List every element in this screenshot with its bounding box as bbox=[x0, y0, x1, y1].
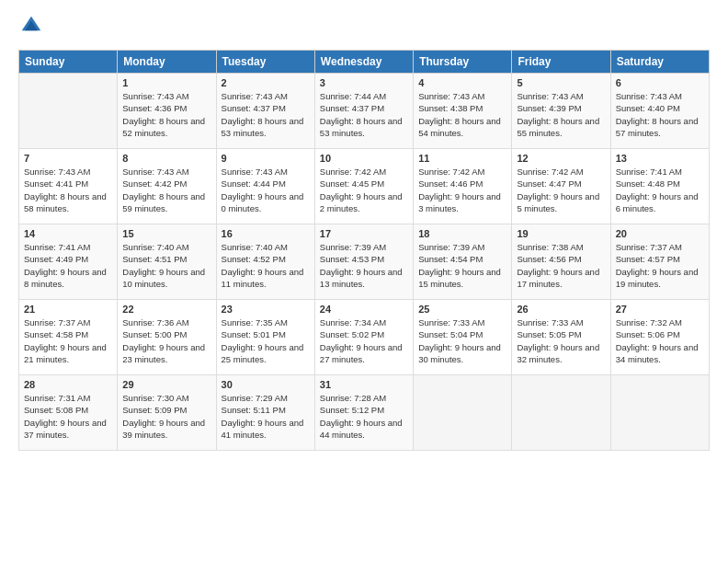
day-detail: Sunrise: 7:36 AMSunset: 5:00 PMDaylight:… bbox=[122, 316, 210, 365]
day-number: 31 bbox=[320, 379, 408, 390]
day-number: 14 bbox=[24, 228, 112, 239]
calendar-cell: 5Sunrise: 7:43 AMSunset: 4:39 PMDaylight… bbox=[512, 74, 610, 149]
day-detail: Sunrise: 7:28 AMSunset: 5:12 PMDaylight:… bbox=[320, 392, 408, 441]
calendar-cell: 29Sunrise: 7:30 AMSunset: 5:09 PMDayligh… bbox=[118, 375, 216, 451]
day-number: 11 bbox=[418, 153, 506, 164]
calendar-cell: 18Sunrise: 7:39 AMSunset: 4:54 PMDayligh… bbox=[414, 224, 512, 300]
day-detail: Sunrise: 7:33 AMSunset: 5:04 PMDaylight:… bbox=[418, 316, 506, 365]
day-detail: Sunrise: 7:35 AMSunset: 5:01 PMDaylight:… bbox=[222, 316, 310, 365]
day-number: 27 bbox=[616, 304, 704, 315]
calendar-page: SundayMondayTuesdayWednesdayThursdayFrid… bbox=[0, 0, 728, 563]
logo-icon bbox=[20, 15, 42, 37]
day-number: 10 bbox=[320, 153, 408, 164]
logo bbox=[18, 15, 44, 40]
calendar-cell: 25Sunrise: 7:33 AMSunset: 5:04 PMDayligh… bbox=[414, 300, 512, 375]
calendar-cell: 27Sunrise: 7:32 AMSunset: 5:06 PMDayligh… bbox=[610, 300, 709, 375]
calendar-week-row: 1Sunrise: 7:43 AMSunset: 4:36 PMDaylight… bbox=[19, 74, 710, 149]
calendar-cell: 19Sunrise: 7:38 AMSunset: 4:56 PMDayligh… bbox=[512, 224, 610, 300]
day-detail: Sunrise: 7:43 AMSunset: 4:44 PMDaylight:… bbox=[222, 166, 310, 214]
day-detail: Sunrise: 7:42 AMSunset: 4:45 PMDaylight:… bbox=[320, 166, 408, 214]
calendar-cell: 30Sunrise: 7:29 AMSunset: 5:11 PMDayligh… bbox=[216, 375, 314, 451]
weekday-header-saturday: Saturday bbox=[610, 51, 709, 74]
day-detail: Sunrise: 7:40 AMSunset: 4:52 PMDaylight:… bbox=[222, 241, 310, 290]
day-detail: Sunrise: 7:38 AMSunset: 4:56 PMDaylight:… bbox=[517, 241, 605, 290]
day-detail: Sunrise: 7:37 AMSunset: 4:58 PMDaylight:… bbox=[24, 316, 112, 365]
calendar-week-row: 7Sunrise: 7:43 AMSunset: 4:41 PMDaylight… bbox=[19, 149, 710, 224]
calendar-cell: 8Sunrise: 7:43 AMSunset: 4:42 PMDaylight… bbox=[118, 149, 216, 224]
calendar-cell: 26Sunrise: 7:33 AMSunset: 5:05 PMDayligh… bbox=[512, 300, 610, 375]
day-number: 3 bbox=[320, 77, 408, 88]
day-detail: Sunrise: 7:42 AMSunset: 4:46 PMDaylight:… bbox=[418, 166, 506, 214]
weekday-header-wednesday: Wednesday bbox=[314, 51, 413, 74]
calendar-cell: 6Sunrise: 7:43 AMSunset: 4:40 PMDaylight… bbox=[610, 74, 709, 149]
calendar-cell bbox=[414, 375, 512, 451]
calendar-cell: 13Sunrise: 7:41 AMSunset: 4:48 PMDayligh… bbox=[610, 149, 709, 224]
header bbox=[18, 15, 710, 40]
day-detail: Sunrise: 7:42 AMSunset: 4:47 PMDaylight:… bbox=[517, 166, 605, 214]
calendar-cell bbox=[610, 375, 709, 451]
day-number: 2 bbox=[222, 77, 310, 88]
day-number: 13 bbox=[616, 153, 704, 164]
calendar-cell: 15Sunrise: 7:40 AMSunset: 4:51 PMDayligh… bbox=[118, 224, 216, 300]
calendar-cell: 22Sunrise: 7:36 AMSunset: 5:00 PMDayligh… bbox=[118, 300, 216, 375]
calendar-cell: 11Sunrise: 7:42 AMSunset: 4:46 PMDayligh… bbox=[414, 149, 512, 224]
day-number: 4 bbox=[418, 77, 506, 88]
calendar-cell: 3Sunrise: 7:44 AMSunset: 4:37 PMDaylight… bbox=[314, 74, 413, 149]
day-detail: Sunrise: 7:37 AMSunset: 4:57 PMDaylight:… bbox=[616, 241, 704, 290]
day-detail: Sunrise: 7:31 AMSunset: 5:08 PMDaylight:… bbox=[24, 392, 112, 441]
day-number: 18 bbox=[418, 228, 506, 239]
day-number: 15 bbox=[122, 228, 210, 239]
weekday-header-friday: Friday bbox=[512, 51, 610, 74]
calendar-cell: 10Sunrise: 7:42 AMSunset: 4:45 PMDayligh… bbox=[314, 149, 413, 224]
calendar-cell: 16Sunrise: 7:40 AMSunset: 4:52 PMDayligh… bbox=[216, 224, 314, 300]
calendar-cell bbox=[19, 74, 118, 149]
day-number: 28 bbox=[24, 379, 112, 390]
day-number: 30 bbox=[222, 379, 310, 390]
day-number: 7 bbox=[24, 153, 112, 164]
weekday-header-sunday: Sunday bbox=[19, 51, 118, 74]
calendar-week-row: 21Sunrise: 7:37 AMSunset: 4:58 PMDayligh… bbox=[19, 300, 710, 375]
day-detail: Sunrise: 7:32 AMSunset: 5:06 PMDaylight:… bbox=[616, 316, 704, 365]
day-detail: Sunrise: 7:43 AMSunset: 4:38 PMDaylight:… bbox=[418, 90, 506, 139]
day-number: 1 bbox=[122, 77, 210, 88]
day-number: 8 bbox=[122, 153, 210, 164]
calendar-table: SundayMondayTuesdayWednesdayThursdayFrid… bbox=[18, 50, 710, 451]
day-number: 24 bbox=[320, 304, 408, 315]
calendar-cell: 17Sunrise: 7:39 AMSunset: 4:53 PMDayligh… bbox=[314, 224, 413, 300]
day-detail: Sunrise: 7:34 AMSunset: 5:02 PMDaylight:… bbox=[320, 316, 408, 365]
calendar-cell: 2Sunrise: 7:43 AMSunset: 4:37 PMDaylight… bbox=[216, 74, 314, 149]
calendar-cell: 23Sunrise: 7:35 AMSunset: 5:01 PMDayligh… bbox=[216, 300, 314, 375]
calendar-week-row: 28Sunrise: 7:31 AMSunset: 5:08 PMDayligh… bbox=[19, 375, 710, 451]
calendar-cell: 7Sunrise: 7:43 AMSunset: 4:41 PMDaylight… bbox=[19, 149, 118, 224]
day-detail: Sunrise: 7:43 AMSunset: 4:36 PMDaylight:… bbox=[122, 90, 210, 139]
day-detail: Sunrise: 7:30 AMSunset: 5:09 PMDaylight:… bbox=[122, 392, 210, 441]
day-number: 26 bbox=[517, 304, 605, 315]
day-number: 16 bbox=[222, 228, 310, 239]
calendar-week-row: 14Sunrise: 7:41 AMSunset: 4:49 PMDayligh… bbox=[19, 224, 710, 300]
calendar-cell: 9Sunrise: 7:43 AMSunset: 4:44 PMDaylight… bbox=[216, 149, 314, 224]
calendar-cell: 1Sunrise: 7:43 AMSunset: 4:36 PMDaylight… bbox=[118, 74, 216, 149]
day-number: 20 bbox=[616, 228, 704, 239]
day-number: 23 bbox=[222, 304, 310, 315]
day-number: 21 bbox=[24, 304, 112, 315]
day-detail: Sunrise: 7:43 AMSunset: 4:39 PMDaylight:… bbox=[517, 90, 605, 139]
day-detail: Sunrise: 7:43 AMSunset: 4:40 PMDaylight:… bbox=[616, 90, 704, 139]
day-number: 5 bbox=[517, 77, 605, 88]
day-detail: Sunrise: 7:40 AMSunset: 4:51 PMDaylight:… bbox=[122, 241, 210, 290]
calendar-cell: 20Sunrise: 7:37 AMSunset: 4:57 PMDayligh… bbox=[610, 224, 709, 300]
day-number: 12 bbox=[517, 153, 605, 164]
day-detail: Sunrise: 7:39 AMSunset: 4:54 PMDaylight:… bbox=[418, 241, 506, 290]
day-detail: Sunrise: 7:33 AMSunset: 5:05 PMDaylight:… bbox=[517, 316, 605, 365]
day-detail: Sunrise: 7:44 AMSunset: 4:37 PMDaylight:… bbox=[320, 90, 408, 139]
weekday-header-thursday: Thursday bbox=[414, 51, 512, 74]
day-number: 29 bbox=[122, 379, 210, 390]
calendar-cell: 28Sunrise: 7:31 AMSunset: 5:08 PMDayligh… bbox=[19, 375, 118, 451]
calendar-cell: 4Sunrise: 7:43 AMSunset: 4:38 PMDaylight… bbox=[414, 74, 512, 149]
day-detail: Sunrise: 7:43 AMSunset: 4:37 PMDaylight:… bbox=[222, 90, 310, 139]
weekday-header-row: SundayMondayTuesdayWednesdayThursdayFrid… bbox=[19, 51, 710, 74]
weekday-header-monday: Monday bbox=[118, 51, 216, 74]
day-number: 19 bbox=[517, 228, 605, 239]
weekday-header-tuesday: Tuesday bbox=[216, 51, 314, 74]
calendar-cell: 31Sunrise: 7:28 AMSunset: 5:12 PMDayligh… bbox=[314, 375, 413, 451]
calendar-cell: 21Sunrise: 7:37 AMSunset: 4:58 PMDayligh… bbox=[19, 300, 118, 375]
